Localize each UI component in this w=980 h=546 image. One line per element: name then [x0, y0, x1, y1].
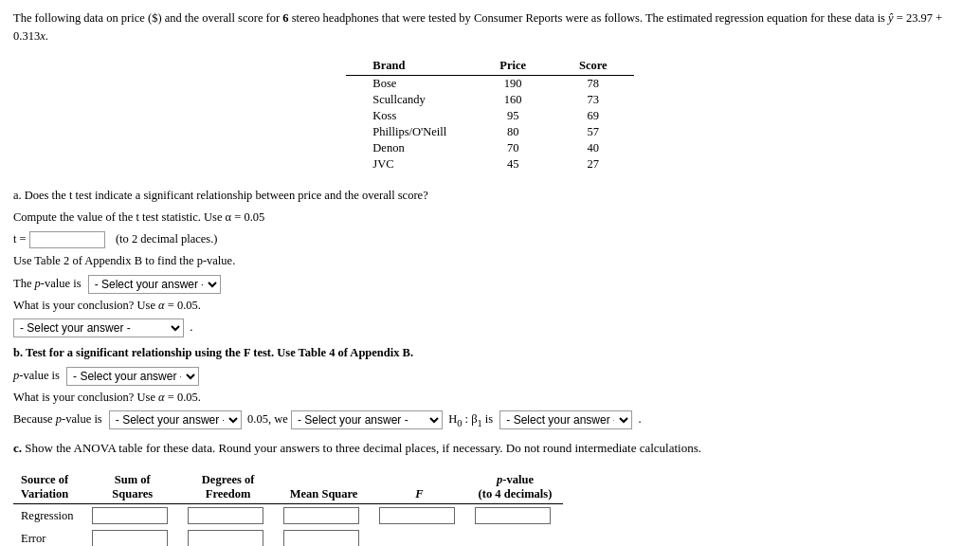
- t-hint: (to 2 decimal places.): [116, 232, 218, 246]
- pvalue-row-a: The p-value is - Select your answer - le…: [13, 274, 967, 294]
- conclusion-label-a: What is your conclusion? Use α = 0.05.: [13, 296, 967, 316]
- pvalue-select-b[interactable]: - Select your answer - less than .01 bet…: [66, 367, 199, 386]
- data-table-section: Brand Price Score Bose19078Scullcandy160…: [13, 57, 967, 173]
- anova-header-pvalue: p-value(to 4 decimals): [467, 471, 563, 504]
- col-header-price: Price: [473, 57, 553, 76]
- table-row: Scullcandy16073: [346, 92, 633, 108]
- table-row: JVC4527: [346, 156, 633, 173]
- anova-sumsq-error-input[interactable]: [92, 530, 168, 546]
- anova-f-regression[interactable]: [372, 504, 467, 528]
- t-value-input[interactable]: [29, 231, 105, 248]
- part-c-question: c. Show the ANOVA table for these data. …: [13, 441, 967, 456]
- table-row: Bose19078: [346, 75, 633, 92]
- anova-df-error[interactable]: [180, 527, 276, 546]
- appendix-label: Use Table 2 of Appendix B to find the p-…: [13, 251, 967, 271]
- anova-row-error: Error: [13, 527, 563, 546]
- table-row: Phillips/O'Neill8057: [346, 124, 633, 140]
- anova-sumsq-regression[interactable]: [84, 504, 180, 528]
- anova-df-regression-input[interactable]: [188, 507, 263, 524]
- intro-text: The following data on price ($) and the …: [13, 9, 967, 46]
- part-a-section: a. Does the t test indicate a significan…: [13, 186, 967, 338]
- table-row: Denon7040: [346, 140, 633, 156]
- anova-meansq-error[interactable]: [276, 527, 372, 546]
- anova-header-df: Degrees ofFreedom: [180, 471, 276, 504]
- conclusion-select-row-a: - Select your answer - Reject H₀ Do not …: [13, 318, 967, 337]
- anova-header-sumsq: Sum ofSquares: [84, 471, 180, 504]
- anova-header-meansq: Mean Square: [276, 471, 372, 504]
- part-a-t-row: t = (to 2 decimal places.): [13, 229, 967, 249]
- part-b-question: b. Test for a significant relationship u…: [13, 343, 967, 363]
- part-c-section: c. Show the ANOVA table for these data. …: [13, 441, 967, 546]
- pvalue-label-a: The p-value is: [13, 277, 82, 290]
- because-select2[interactable]: - Select your answer - reject do not rej…: [291, 410, 443, 429]
- anova-header-f: F: [372, 471, 467, 504]
- part-b-section: b. Test for a significant relationship u…: [13, 343, 967, 431]
- conclusion-select-a[interactable]: - Select your answer - Reject H₀ Do not …: [13, 318, 184, 337]
- anova-meansq-regression-input[interactable]: [283, 507, 359, 524]
- anova-df-error-input[interactable]: [188, 530, 263, 546]
- anova-row-regression: Regression: [13, 504, 563, 528]
- pvalue-select-a[interactable]: - Select your answer - less than .01 bet…: [88, 275, 221, 294]
- anova-label-error: Error: [13, 527, 84, 546]
- because-select1[interactable]: - Select your answer - less than greater…: [109, 410, 242, 429]
- anova-table: Source ofVariation Sum ofSquares Degrees…: [13, 471, 563, 546]
- part-a-question: a. Does the t test indicate a significan…: [13, 186, 967, 206]
- anova-header-source: Source ofVariation: [13, 471, 84, 504]
- anova-sumsq-regression-input[interactable]: [92, 507, 168, 524]
- anova-pvalue-regression[interactable]: [467, 504, 563, 528]
- anova-label-regression: Regression: [13, 504, 84, 528]
- pvalue-row-b: p-value is - Select your answer - less t…: [13, 366, 967, 386]
- because-row: Because p-value is - Select your answer …: [13, 410, 967, 431]
- because-select3[interactable]: - Select your answer - rejected not reje…: [499, 410, 632, 429]
- table-row: Koss9569: [346, 108, 633, 124]
- t-label: t =: [13, 232, 27, 246]
- anova-meansq-error-input[interactable]: [283, 530, 359, 546]
- anova-f-regression-input[interactable]: [379, 507, 455, 524]
- col-header-score: Score: [553, 57, 634, 76]
- col-header-brand: Brand: [346, 57, 473, 76]
- part-a-compute: Compute the value of the t test statisti…: [13, 208, 967, 228]
- data-table: Brand Price Score Bose19078Scullcandy160…: [346, 57, 633, 173]
- anova-meansq-regression[interactable]: [276, 504, 372, 528]
- anova-df-regression[interactable]: [180, 504, 276, 528]
- conclusion-label-b: What is your conclusion? Use α = 0.05.: [13, 388, 967, 408]
- anova-sumsq-error[interactable]: [84, 527, 180, 546]
- anova-pvalue-regression-input[interactable]: [475, 507, 551, 524]
